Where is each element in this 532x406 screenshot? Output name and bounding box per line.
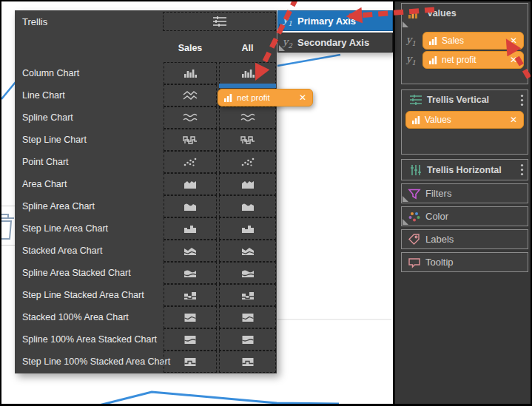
stacked-area-chart-icon — [183, 245, 198, 257]
step-line-stacked-area-chart-icon — [183, 289, 198, 301]
section-tooltip[interactable]: Tooltip — [401, 252, 528, 272]
section-title: Labels — [425, 234, 454, 245]
resize-grip-icon — [403, 196, 408, 202]
pill-label: net profit — [237, 93, 270, 102]
field-pill-sales[interactable]: Sales ✕ — [422, 32, 524, 50]
chart-type-cell[interactable] — [164, 306, 217, 328]
chart-type-cell[interactable] — [219, 129, 276, 151]
chart-type-cell[interactable] — [219, 62, 276, 84]
values-field-row: y1 Sales ✕ — [406, 32, 524, 50]
menu-item-label: Secondary Axis — [297, 37, 369, 48]
step-line-chart-icon — [240, 134, 255, 146]
step-line-chart-icon — [183, 134, 198, 146]
chart-type-cell[interactable] — [219, 351, 276, 373]
section-title: Color — [425, 211, 448, 222]
trellis-vertical-well: Trellis Vertical Values ✕ — [401, 89, 528, 155]
section-title: Tooltip — [425, 257, 454, 268]
step-line-area-chart-icon — [240, 223, 255, 234]
chart-type-cell[interactable] — [219, 306, 276, 328]
spline-100-area-stacked-chart-icon — [240, 334, 255, 345]
chart-type-label: Step Line 100% Stacked Area Chart — [22, 351, 170, 373]
chart-type-row: Spline Area Stacked Chart — [15, 262, 277, 284]
dragged-field-pill[interactable]: net profit ✕ — [218, 89, 313, 106]
chart-type-row: Step Line 100% Stacked Area Chart — [15, 351, 277, 373]
chart-type-cell[interactable] — [164, 62, 217, 84]
spline-area-chart-icon — [183, 200, 198, 212]
axis-dropdown-menu: y1 Primary Axis y2 Secondary Axis — [277, 10, 393, 53]
spline-area-stacked-chart-icon — [240, 267, 255, 279]
chart-type-cell[interactable] — [219, 195, 276, 217]
chart-type-cell[interactable] — [164, 240, 217, 262]
kebab-menu-icon[interactable] — [520, 94, 524, 106]
chart-type-cell[interactable] — [164, 262, 217, 284]
resize-grip-icon — [403, 219, 408, 225]
chart-type-cell[interactable] — [164, 84, 217, 106]
chart-type-popup: Trellis Sales All Column ChartLine Chart… — [15, 10, 277, 373]
bar-series-icon — [224, 93, 232, 103]
remove-field-icon[interactable]: ✕ — [510, 35, 517, 46]
step-line-100-stacked-area-chart-icon — [240, 356, 255, 368]
chart-type-cell[interactable] — [219, 262, 276, 284]
chart-type-row: Step Line Chart — [15, 129, 277, 151]
clipped-toolbar-button[interactable] — [1, 206, 16, 246]
column-header-all: All — [219, 43, 276, 53]
column-header-sales: Sales — [164, 43, 217, 53]
chart-type-cell[interactable] — [164, 328, 217, 351]
field-pill-net-profit[interactable]: net profit ✕ — [422, 51, 524, 69]
chart-type-cell[interactable] — [164, 129, 217, 151]
column-chart-icon — [240, 67, 255, 79]
chart-type-row: Step Line Stacked Area Chart — [15, 284, 277, 306]
trellis-icon — [211, 15, 229, 28]
field-pill-values[interactable]: Values ✕ — [405, 111, 524, 129]
chart-type-cell[interactable] — [164, 351, 217, 373]
step-line-100-stacked-area-chart-icon — [183, 356, 198, 368]
trellis-button[interactable] — [163, 12, 276, 31]
remove-field-icon[interactable]: ✕ — [510, 55, 517, 65]
bar-series-icon — [412, 115, 420, 125]
chart-type-label: Stacked Area Chart — [22, 240, 102, 262]
spline-chart-icon — [183, 112, 198, 124]
point-chart-icon — [240, 156, 255, 168]
chart-type-label: Step Line Chart — [22, 129, 87, 151]
chart-type-label: Spline Area Stacked Chart — [22, 262, 131, 284]
chart-type-cell[interactable] — [219, 240, 276, 262]
trellis-label: Trellis — [22, 16, 47, 27]
trellis-vertical-icon — [408, 93, 425, 106]
chart-type-cell[interactable] — [219, 328, 276, 351]
menu-item-primary-axis[interactable]: y1 Primary Axis — [277, 10, 393, 31]
chart-type-row: Step Line Area Chart — [15, 217, 277, 240]
chart-type-cell[interactable] — [164, 195, 217, 217]
section-filters[interactable]: Filters — [401, 183, 528, 203]
chart-type-label: Spline 100% Area Stacked Chart — [22, 328, 157, 351]
chart-type-cell[interactable] — [219, 151, 276, 173]
stacked-area-chart-icon — [240, 245, 255, 257]
section-title: Filters — [425, 188, 451, 199]
chart-type-cell[interactable] — [164, 151, 217, 173]
remove-field-icon[interactable]: ✕ — [510, 115, 517, 125]
chart-type-row: Area Chart — [15, 173, 277, 195]
bar-series-icon — [429, 55, 437, 65]
section-color[interactable]: Color — [401, 206, 528, 226]
kebab-menu-icon[interactable] — [520, 163, 524, 176]
stacked-100-area-chart-icon — [240, 311, 255, 323]
y1-prefix: y1 — [406, 34, 422, 47]
chart-type-cell[interactable] — [164, 217, 217, 240]
trash-icon — [1, 211, 16, 243]
chart-type-row: Stacked Area Chart — [15, 240, 277, 262]
chart-type-cell[interactable] — [219, 106, 276, 129]
remove-field-icon[interactable]: ✕ — [299, 92, 306, 103]
chart-type-cell[interactable] — [219, 173, 276, 195]
chart-type-label: Column Chart — [22, 62, 79, 84]
menu-item-secondary-axis[interactable]: y2 Secondary Axis — [277, 33, 393, 53]
chart-type-cell[interactable] — [164, 284, 217, 306]
trellis-horizontal-well[interactable]: Trellis Horizontal — [401, 159, 528, 180]
chart-type-cell[interactable] — [219, 217, 276, 240]
chart-type-cell[interactable] — [164, 173, 217, 195]
chart-type-cell[interactable] — [164, 106, 217, 129]
section-labels[interactable]: Labels — [401, 229, 528, 249]
well-title: Trellis Vertical — [427, 95, 489, 105]
menu-item-label: Primary Axis — [297, 16, 356, 27]
y1-prefix: y1 — [406, 53, 422, 67]
chart-type-cell[interactable] — [219, 284, 276, 306]
spline-area-stacked-chart-icon — [183, 267, 198, 279]
